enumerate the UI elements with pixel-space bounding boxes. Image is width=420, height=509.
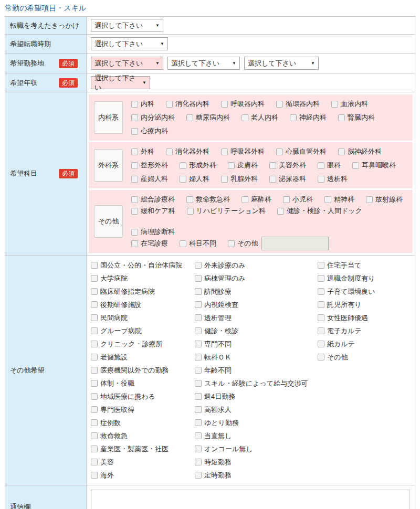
wish-checkbox[interactable] bbox=[91, 354, 98, 360]
dept-checkbox[interactable] bbox=[221, 149, 228, 155]
wish-checkbox[interactable] bbox=[195, 327, 202, 334]
wish-checkbox[interactable] bbox=[91, 314, 98, 321]
wish-checkbox[interactable] bbox=[318, 262, 324, 269]
wish-checkbox[interactable] bbox=[195, 367, 202, 374]
wish-checkbox[interactable] bbox=[91, 275, 98, 282]
wish-checkbox-item[interactable]: 地域医療に携わる bbox=[91, 390, 195, 403]
wish-checkbox-item[interactable]: 専門不問 bbox=[195, 337, 318, 351]
dept-checkbox-item[interactable]: 乳腺外科 bbox=[221, 174, 258, 184]
wish-checkbox-item[interactable]: 症例数 bbox=[91, 416, 195, 429]
dept-other-text-input[interactable] bbox=[261, 237, 329, 250]
dept-checkbox[interactable] bbox=[283, 196, 290, 203]
dept-checkbox-item[interactable]: 糖尿病内科 bbox=[186, 113, 230, 122]
wish-checkbox[interactable] bbox=[91, 301, 98, 308]
income-select[interactable]: 選択して下さい ▼ bbox=[91, 76, 150, 89]
dept-checkbox-item[interactable]: 神経内科 bbox=[290, 113, 327, 122]
wish-checkbox-item[interactable]: グループ病院 bbox=[91, 324, 195, 337]
wish-checkbox[interactable] bbox=[195, 262, 202, 269]
dept-checkbox[interactable] bbox=[131, 240, 138, 247]
wish-checkbox[interactable] bbox=[91, 341, 98, 347]
dept-checkbox[interactable] bbox=[352, 162, 359, 169]
wish-checkbox-item[interactable]: 健診・検診 bbox=[195, 324, 318, 337]
dept-checkbox-item[interactable]: 脳神経外科 bbox=[338, 147, 382, 156]
dept-checkbox[interactable] bbox=[131, 128, 138, 135]
dept-checkbox[interactable] bbox=[131, 208, 138, 215]
wish-checkbox-item[interactable]: 民間病院 bbox=[91, 311, 195, 324]
wish-checkbox[interactable] bbox=[318, 288, 324, 295]
wish-checkbox-item[interactable]: その他 bbox=[318, 351, 411, 364]
dept-other-checkbox[interactable] bbox=[228, 240, 235, 247]
wish-checkbox[interactable] bbox=[318, 275, 324, 282]
dept-checkbox[interactable] bbox=[187, 208, 194, 215]
dept-checkbox[interactable] bbox=[318, 162, 324, 169]
dept-checkbox[interactable] bbox=[186, 196, 193, 203]
dept-checkbox-item[interactable]: 健診・検診・人間ドック bbox=[277, 206, 362, 216]
wish-checkbox-item[interactable]: 住宅手当て bbox=[318, 259, 411, 272]
wish-checkbox[interactable] bbox=[195, 393, 202, 400]
wish-checkbox-item[interactable]: 後期研修施設 bbox=[91, 298, 195, 311]
dept-checkbox[interactable] bbox=[242, 114, 248, 121]
dept-checkbox-item[interactable]: 精神科 bbox=[324, 195, 354, 204]
dept-checkbox[interactable] bbox=[269, 162, 276, 169]
dept-checkbox-item[interactable]: 整形外科 bbox=[131, 161, 168, 170]
wish-checkbox-item[interactable]: ゆとり勤務 bbox=[195, 416, 318, 429]
wish-checkbox[interactable] bbox=[91, 446, 98, 452]
wish-checkbox-item[interactable]: クリニック・診療所 bbox=[91, 337, 195, 351]
dept-checkbox[interactable] bbox=[366, 196, 373, 203]
wish-checkbox-item[interactable]: 女性医師優遇 bbox=[318, 311, 411, 324]
wish-checkbox-item[interactable]: 老健施設 bbox=[91, 351, 195, 364]
wish-checkbox-item[interactable]: 子育て環境良い bbox=[318, 285, 411, 298]
wish-checkbox[interactable] bbox=[195, 354, 202, 360]
dept-checkbox-item[interactable]: 耳鼻咽喉科 bbox=[352, 161, 396, 170]
wish-checkbox-item[interactable]: スキル・経験によって給与交渉可 bbox=[195, 377, 318, 390]
wish-checkbox[interactable] bbox=[91, 432, 98, 439]
location-select-2[interactable]: 選択して下さい ▼ bbox=[167, 57, 240, 70]
dept-checkbox-item[interactable]: 腎臓内科 bbox=[338, 113, 375, 122]
dept-checkbox-item[interactable]: 循環器内科 bbox=[276, 99, 320, 109]
dept-checkbox[interactable] bbox=[166, 149, 173, 155]
wish-checkbox-item[interactable]: 大学病院 bbox=[91, 272, 195, 285]
wish-checkbox[interactable] bbox=[91, 406, 98, 413]
dept-checkbox[interactable] bbox=[131, 149, 138, 155]
wish-checkbox-item[interactable]: 定時勤務 bbox=[195, 469, 318, 482]
dept-checkbox-item[interactable]: 透析科 bbox=[318, 174, 348, 184]
wish-checkbox-item[interactable]: 国公立・公的・自治体病院 bbox=[91, 259, 195, 272]
dept-checkbox-item[interactable]: 消化器外科 bbox=[166, 147, 209, 156]
dept-checkbox[interactable] bbox=[277, 208, 284, 215]
wish-checkbox-item[interactable]: 時短勤務 bbox=[195, 455, 318, 469]
dept-checkbox-item[interactable]: 産婦人科 bbox=[131, 174, 168, 184]
dept-checkbox-item[interactable]: 科目不問 bbox=[180, 239, 216, 248]
wish-checkbox-item[interactable]: オンコール無し bbox=[195, 442, 318, 455]
dept-checkbox-item[interactable]: 血液内科 bbox=[331, 99, 368, 109]
wish-checkbox-item[interactable]: 専門医取得 bbox=[91, 403, 195, 416]
wish-checkbox[interactable] bbox=[318, 341, 324, 347]
location-select-3[interactable]: 選択して下さい ▼ bbox=[244, 57, 319, 70]
wish-checkbox[interactable] bbox=[195, 288, 202, 295]
dept-checkbox[interactable] bbox=[131, 176, 138, 183]
dept-checkbox[interactable] bbox=[318, 176, 324, 183]
dept-checkbox-item[interactable]: 外科 bbox=[131, 147, 154, 156]
dept-checkbox-item[interactable]: 老人内科 bbox=[242, 113, 278, 122]
wish-checkbox[interactable] bbox=[318, 327, 324, 334]
dept-checkbox[interactable] bbox=[131, 162, 138, 169]
wish-checkbox[interactable] bbox=[195, 446, 202, 452]
dept-checkbox-item[interactable]: 呼吸器内科 bbox=[221, 99, 265, 109]
wish-checkbox-item[interactable]: 転科ＯＫ bbox=[195, 351, 318, 364]
dept-checkbox[interactable] bbox=[242, 196, 248, 203]
message-textarea[interactable] bbox=[91, 490, 410, 509]
wish-checkbox[interactable] bbox=[195, 275, 202, 282]
dept-checkbox[interactable] bbox=[228, 162, 235, 169]
dept-checkbox[interactable] bbox=[276, 101, 283, 108]
wish-checkbox[interactable] bbox=[195, 419, 202, 426]
wish-checkbox[interactable] bbox=[195, 380, 202, 387]
dept-checkbox[interactable] bbox=[131, 229, 138, 236]
dept-checkbox-item[interactable]: 婦人科 bbox=[180, 174, 209, 184]
wish-checkbox[interactable] bbox=[91, 288, 98, 295]
wish-checkbox[interactable] bbox=[91, 380, 98, 387]
wish-checkbox-item[interactable]: 電子カルテ bbox=[318, 324, 411, 337]
dept-checkbox-item[interactable]: 緩和ケア科 bbox=[131, 206, 175, 216]
dept-checkbox[interactable] bbox=[221, 176, 228, 183]
wish-checkbox[interactable] bbox=[195, 459, 202, 465]
wish-checkbox-item[interactable]: 病棟管理のみ bbox=[195, 272, 318, 285]
wish-checkbox-item[interactable]: 訪問診療 bbox=[195, 285, 318, 298]
